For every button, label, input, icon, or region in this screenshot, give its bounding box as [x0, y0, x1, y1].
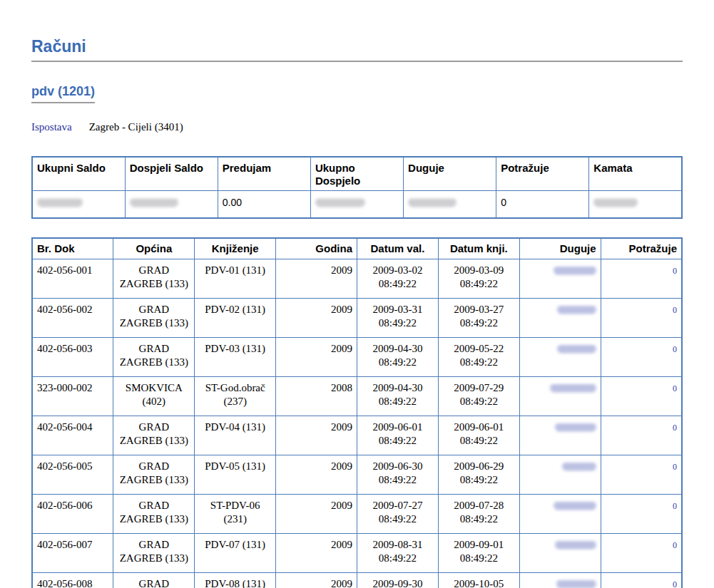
doc-row: 402-056-002GRAD ZAGREB (133)PDV-02 (131)… — [32, 299, 682, 338]
doc-cell: 2009-04-30 08:49:22 — [357, 377, 439, 416]
doc-cell: 2009 — [276, 259, 357, 299]
doc-cell: GRAD ZAGREB (133) — [113, 534, 195, 573]
potrazuje-value-link[interactable]: 0 — [673, 462, 677, 472]
redacted-value-smudge[interactable] — [554, 502, 596, 510]
doc-row: 402-056-006GRAD ZAGREB (133)ST-PDV-06 (2… — [32, 495, 682, 534]
doc-cell: 2009-04-30 08:49:22 — [357, 338, 439, 377]
doc-cell: 402-056-003 — [32, 338, 113, 377]
potrazuje-value-link[interactable]: 0 — [673, 383, 677, 393]
summary-value-cell — [125, 191, 218, 219]
office-row: IspostavaZagreb - Cijeli (3401) — [31, 121, 683, 133]
doc-cell: PDV-05 (131) — [195, 455, 276, 495]
redacted-value-smudge[interactable] — [555, 423, 596, 431]
summary-value-cell: 0 — [496, 191, 589, 219]
doc-header-cell: Duguje — [519, 238, 601, 259]
doc-cell: 402-056-008 — [32, 573, 113, 588]
redacted-value-smudge — [315, 198, 365, 207]
doc-cell: PDV-03 (131) — [195, 338, 276, 377]
doc-cell: GRAD ZAGREB (133) — [113, 416, 195, 455]
doc-cell-potrazuje: 0 — [601, 455, 682, 495]
doc-cell: 2009-07-27 08:49:22 — [357, 495, 439, 534]
potrazuje-value-link[interactable]: 0 — [673, 266, 677, 276]
doc-cell: 402-056-005 — [32, 455, 113, 495]
doc-cell: SMOKVICA (402) — [113, 377, 195, 416]
doc-cell: 402-056-002 — [32, 299, 113, 338]
summary-value-cell: 0.00 — [218, 191, 310, 219]
doc-cell: PDV-04 (131) — [195, 416, 276, 455]
doc-header-cell: Br. Dok — [32, 238, 113, 259]
doc-cell: 2009-06-01 08:49:22 — [438, 416, 519, 455]
summary-header-cell: Ukupni Saldo — [32, 157, 125, 191]
doc-header-cell: Potražuje — [601, 238, 682, 259]
doc-cell-duguje — [519, 495, 601, 534]
doc-cell: 2009-03-09 08:49:22 — [438, 259, 519, 299]
summary-header-cell: Ukupno Dospjelo — [310, 157, 403, 191]
doc-row: 323-000-002SMOKVICA (402)ST-God.obrač (2… — [32, 377, 682, 416]
account-link[interactable]: pdv (1201) — [31, 84, 95, 103]
doc-cell: 2009-05-22 08:49:22 — [438, 338, 519, 377]
summary-value-cell — [589, 191, 682, 219]
redacted-value-smudge[interactable] — [554, 267, 596, 274]
doc-cell-duguje — [519, 299, 601, 338]
doc-cell: 2009-06-01 08:49:22 — [357, 416, 439, 455]
redacted-value-smudge — [593, 198, 638, 207]
doc-cell: PDV-08 (131) — [195, 573, 276, 588]
office-value: Zagreb - Cijeli (3401) — [89, 121, 183, 133]
doc-row: 402-056-007GRAD ZAGREB (133)PDV-07 (131)… — [32, 534, 682, 573]
potrazuje-value-link[interactable]: 0 — [673, 344, 677, 354]
doc-cell: 323-000-002 — [32, 377, 113, 416]
doc-cell-potrazuje: 0 — [601, 377, 682, 416]
doc-cell: 2009-07-29 08:49:22 — [438, 377, 519, 416]
potrazuje-value-link[interactable]: 0 — [673, 423, 677, 433]
redacted-value-smudge[interactable] — [562, 463, 596, 470]
doc-cell-potrazuje: 0 — [601, 338, 682, 377]
doc-cell: GRAD ZAGREB (133) — [113, 338, 195, 377]
doc-row: 402-056-004GRAD ZAGREB (133)PDV-04 (131)… — [32, 416, 682, 455]
potrazuje-value-link[interactable]: 0 — [673, 579, 677, 588]
doc-cell-duguje — [519, 455, 601, 495]
redacted-value-smudge[interactable] — [550, 384, 596, 392]
office-label-link[interactable]: Ispostava — [31, 121, 72, 133]
doc-cell-potrazuje: 0 — [601, 534, 682, 573]
doc-cell-duguje — [519, 259, 601, 299]
doc-cell: 2009 — [276, 573, 357, 588]
potrazuje-value-link[interactable]: 0 — [673, 540, 677, 550]
summary-header-cell: Dospjeli Saldo — [125, 157, 218, 191]
doc-cell: 2009-09-01 08:49:22 — [438, 534, 519, 573]
doc-cell: GRAD ZAGREB (133) — [113, 259, 195, 299]
doc-cell: GRAD ZAGREB (133) — [113, 495, 195, 534]
doc-cell: GRAD ZAGREB (133) — [113, 299, 195, 338]
doc-cell-duguje — [519, 416, 601, 455]
redacted-value-smudge[interactable] — [555, 541, 596, 549]
redacted-value-smudge[interactable] — [557, 345, 596, 353]
doc-cell-potrazuje: 0 — [601, 259, 682, 299]
summary-header-cell: Kamata — [589, 157, 682, 191]
potrazuje-value-link[interactable]: 0 — [673, 501, 677, 511]
doc-cell-potrazuje: 0 — [601, 573, 682, 588]
redacted-value-smudge — [37, 198, 83, 207]
page: Računi pdv (1201) IspostavaZagreb - Cije… — [0, 37, 714, 588]
doc-row: 402-056-008GRAD ZAGREB (133)PDV-08 (131)… — [32, 573, 682, 588]
doc-cell: GRAD ZAGREB (133) — [113, 573, 195, 588]
doc-row: 402-056-003GRAD ZAGREB (133)PDV-03 (131)… — [32, 338, 682, 377]
redacted-value-smudge[interactable] — [556, 580, 596, 588]
doc-cell-duguje — [519, 534, 601, 573]
summary-header-cell: Duguje — [404, 157, 496, 191]
documents-table: Br. DokOpćinaKnjiženjeGodinaDatum val.Da… — [31, 237, 683, 588]
doc-cell: GRAD ZAGREB (133) — [113, 455, 195, 495]
doc-header-cell: Godina — [276, 238, 357, 259]
doc-cell: 2009-03-31 08:49:22 — [357, 299, 439, 338]
potrazuje-value-link[interactable]: 0 — [673, 305, 677, 315]
redacted-value-smudge[interactable] — [557, 306, 596, 314]
summary-table: Ukupni SaldoDospjeli SaldoPredujamUkupno… — [31, 156, 683, 219]
doc-cell: 2009-03-27 08:49:22 — [438, 299, 519, 338]
summary-header-cell: Potražuje — [496, 157, 589, 191]
doc-cell-potrazuje: 0 — [601, 495, 682, 534]
doc-cell: ST-PDV-06 (231) — [195, 495, 276, 534]
doc-cell: 2009 — [276, 455, 357, 495]
doc-cell: 2009-07-28 08:49:22 — [438, 495, 519, 534]
doc-header-cell: Knjiženje — [195, 238, 276, 259]
summary-header-cell: Predujam — [218, 157, 310, 191]
doc-cell: 2009 — [276, 299, 357, 338]
doc-cell: 2008 — [276, 377, 357, 416]
